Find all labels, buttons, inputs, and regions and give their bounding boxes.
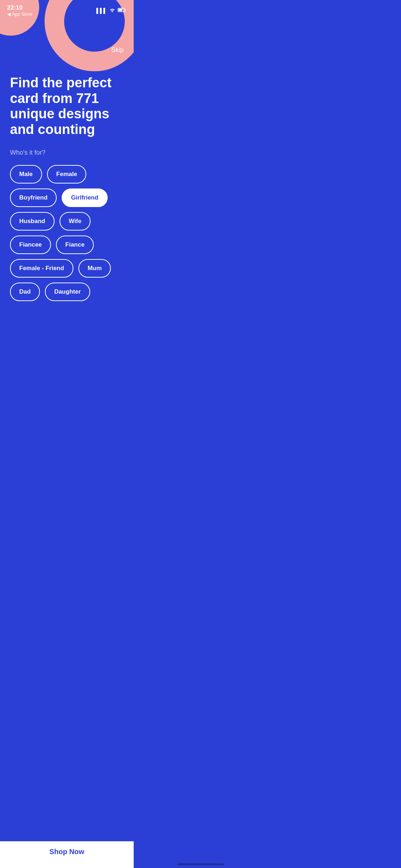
chips-row-5: Female - Friend Mum	[10, 259, 124, 278]
chips-row-6: Dad Daughter	[10, 283, 124, 301]
chip-wife[interactable]: Wife	[60, 212, 91, 231]
chip-male[interactable]: Male	[10, 165, 42, 184]
chip-dad[interactable]: Dad	[10, 283, 40, 301]
chip-daughter[interactable]: Daughter	[45, 283, 90, 301]
chips-row-4: Fiancee Fiance	[10, 236, 124, 254]
signal-icon: ▌▌▌	[96, 8, 107, 14]
chips-row-2: Boyfriend Girlfriend	[10, 188, 124, 207]
main-content: Find the perfect card from 771 unique de…	[0, 18, 134, 301]
chip-girlfriend[interactable]: Girlfriend	[62, 188, 108, 207]
chip-fiancee[interactable]: Fiancee	[10, 236, 51, 254]
svg-rect-1	[119, 9, 122, 11]
status-left: 22:10 ◀ App Store	[7, 4, 32, 17]
chip-boyfriend[interactable]: Boyfriend	[10, 188, 57, 207]
status-time: 22:10	[7, 4, 32, 11]
who-label: Who's it for?	[10, 149, 124, 156]
headline: Find the perfect card from 771 unique de…	[10, 75, 124, 138]
status-bar: 22:10 ◀ App Store ▌▌▌	[0, 0, 134, 18]
chip-husband[interactable]: Husband	[10, 212, 55, 231]
chips-container: Male Female Boyfriend Girlfriend Husband…	[10, 165, 124, 301]
wifi-icon	[109, 7, 115, 14]
battery-icon	[118, 7, 127, 14]
chip-fiance[interactable]: Fiance	[56, 236, 94, 254]
status-icons: ▌▌▌	[96, 7, 127, 14]
chip-mum[interactable]: Mum	[78, 259, 111, 278]
chips-row-1: Male Female	[10, 165, 124, 184]
chips-row-3: Husband Wife	[10, 212, 124, 231]
chip-female-friend[interactable]: Female - Friend	[10, 259, 73, 278]
chip-female[interactable]: Female	[47, 165, 87, 184]
back-appstore[interactable]: ◀ App Store	[7, 11, 32, 17]
skip-button[interactable]: Skip	[111, 46, 124, 54]
